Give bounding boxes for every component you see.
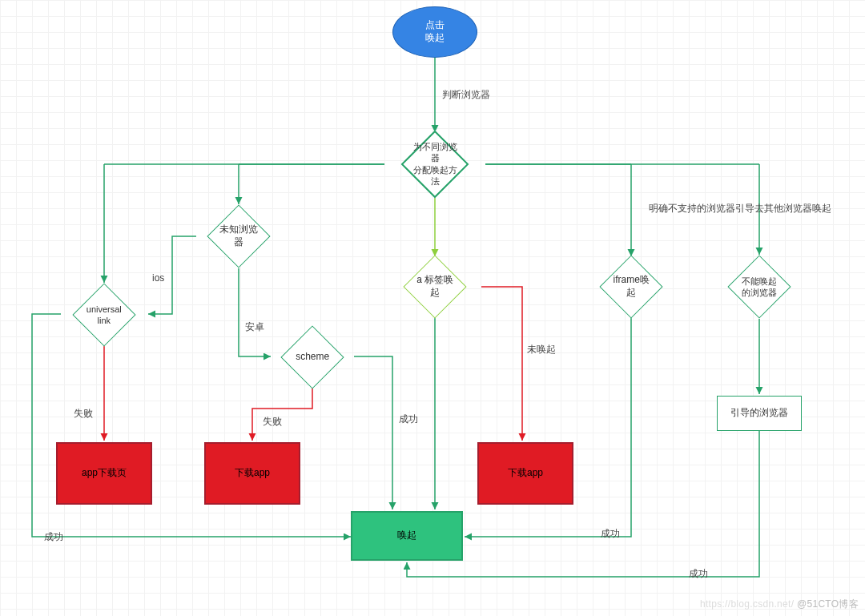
dispatch-decision: 为不同浏览器 分配唤起方法: [401, 131, 469, 199]
guide-label: 引导的浏览器: [730, 407, 788, 420]
watermark: https://blog.csdn.net/ @51CTO博客: [700, 598, 859, 611]
edge-label-android: 安卓: [245, 320, 264, 334]
edge-label-success-ul: 成功: [44, 530, 63, 544]
edge-label-explicit: 明确不支持的浏览器引导去其他浏览器唤起: [649, 202, 831, 215]
start-label: 点击 唤起: [425, 19, 445, 44]
edge-label-notawake: 未唤起: [527, 343, 556, 356]
edge-label-success-guide: 成功: [689, 567, 708, 581]
guide-browser-process: 引导的浏览器: [717, 396, 802, 431]
universal-link-decision: universal link: [72, 283, 135, 346]
awake-process: 唤起: [351, 511, 463, 561]
download-app-process-2: 下载app: [477, 442, 573, 505]
download-app-process-1: 下载app: [204, 442, 300, 505]
start-node: 点击 唤起: [392, 6, 477, 58]
unable-label: 不能唤起的浏览器: [738, 276, 781, 299]
iframe-label: iframe唤起: [610, 274, 653, 299]
a-tag-decision: a 标签唤起: [403, 255, 466, 318]
edge-label-success-a: 成功: [399, 413, 418, 426]
edge-label-judge: 判断浏览器: [442, 88, 490, 102]
awake-label: 唤起: [397, 529, 416, 542]
watermark-text: @51CTO博客: [797, 598, 859, 610]
universal-label: universal link: [82, 304, 126, 327]
unknown-label: 未知浏览器: [217, 223, 260, 248]
flowchart-canvas: 点击 唤起 为不同浏览器 分配唤起方法 未知浏览器 universal link…: [0, 0, 865, 616]
app-download-page-process: app下载页: [56, 442, 152, 505]
watermark-faint: https://blog.csdn.net/: [700, 598, 794, 610]
edge-label-success-iframe: 成功: [601, 527, 620, 541]
dl-app-2-label: 下载app: [508, 467, 543, 480]
dl-app-1-label: 下载app: [235, 467, 270, 480]
iframe-decision: iframe唤起: [599, 255, 662, 318]
scheme-label: scheme: [291, 351, 334, 364]
dispatch-label: 为不同浏览器 分配唤起方法: [412, 141, 457, 187]
edge-label-fail2: 失败: [263, 415, 282, 429]
edge-label-ios: ios: [152, 272, 164, 284]
app-dl-page-label: app下载页: [82, 467, 127, 480]
edge-label-fail1: 失败: [74, 407, 93, 421]
scheme-decision: scheme: [280, 325, 344, 389]
atag-label: a 标签唤起: [413, 274, 457, 299]
unknown-browser-decision: 未知浏览器: [207, 204, 270, 268]
unable-decision: 不能唤起的浏览器: [727, 255, 791, 318]
